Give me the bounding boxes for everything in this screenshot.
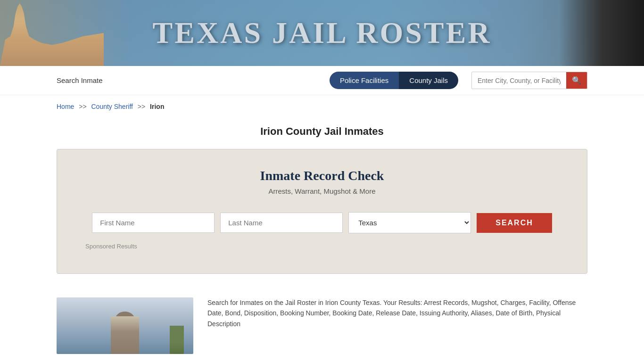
breadcrumb-sep-2: >> [138, 103, 145, 110]
breadcrumb: Home >> County Sheriff >> Irion [0, 95, 644, 118]
inmate-search-form: AlabamaAlaskaArizonaArkansasCaliforniaCo… [85, 212, 559, 233]
building-shape [111, 316, 139, 354]
inmate-card-subtitle: Arrests, Warrant, Mugshot & More [85, 187, 559, 195]
search-inmate-label: Search Inmate [57, 76, 103, 84]
facility-search-container: 🔍 [471, 72, 587, 89]
inmate-card-title: Inmate Record Check [85, 168, 559, 183]
county-description: Search for Inmates on the Jail Roster in… [207, 297, 587, 329]
nav-bar: Search Inmate Police Facilities County J… [0, 66, 644, 95]
county-building-image [57, 297, 193, 354]
search-icon: 🔍 [572, 76, 581, 85]
inmate-record-card: Inmate Record Check Arrests, Warrant, Mu… [57, 149, 587, 274]
breadcrumb-county-sheriff-link[interactable]: County Sheriff [91, 103, 133, 110]
sponsored-results-label: Sponsored Results [85, 243, 559, 250]
keys-image [559, 0, 644, 66]
header-banner: Texas Jail Roster [0, 0, 644, 66]
police-facilities-button[interactable]: Police Facilities [330, 72, 399, 89]
nav-button-group: Police Facilities County Jails [330, 72, 458, 89]
breadcrumb-home-link[interactable]: Home [57, 103, 74, 110]
county-jails-button[interactable]: County Jails [399, 72, 458, 89]
last-name-input[interactable] [220, 213, 343, 233]
facility-search-button[interactable]: 🔍 [566, 72, 587, 89]
breadcrumb-current: Irion [150, 103, 164, 110]
site-title: Texas Jail Roster [153, 16, 492, 50]
facility-search-input[interactable] [472, 73, 566, 88]
inmate-search-button[interactable]: SEARCH [477, 213, 552, 233]
tree-shape [170, 326, 184, 354]
first-name-input[interactable] [92, 213, 215, 233]
breadcrumb-sep-1: >> [79, 103, 86, 110]
state-select[interactable]: AlabamaAlaskaArizonaArkansasCaliforniaCo… [348, 212, 471, 233]
page-title: Irion County Jail Inmates [0, 125, 644, 138]
bottom-section: Search for Inmates on the Jail Roster in… [0, 288, 644, 362]
